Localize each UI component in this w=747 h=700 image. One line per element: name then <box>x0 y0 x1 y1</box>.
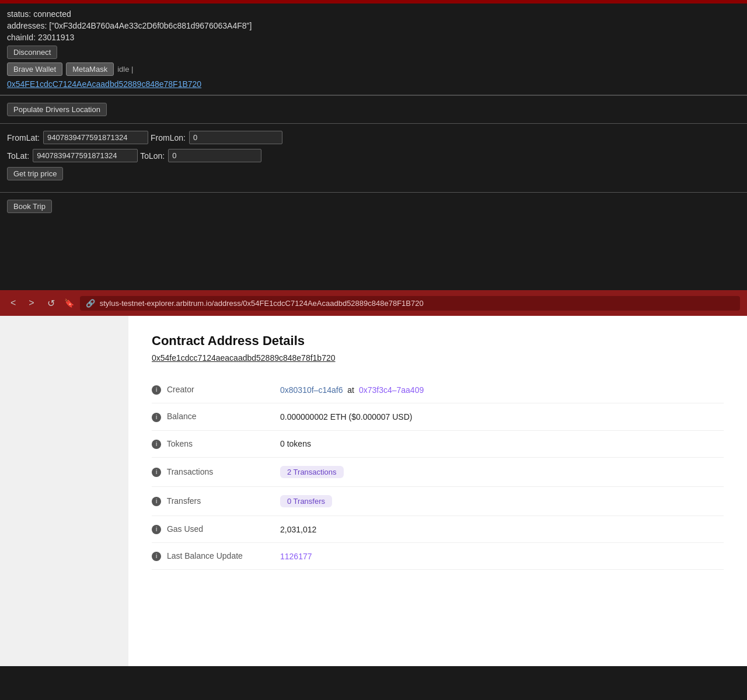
from-lat-input[interactable] <box>43 131 148 144</box>
wallet-address-link[interactable]: 0x54FE1cdcC7124AeAcaadbd52889c848e78F1B7… <box>7 79 201 89</box>
to-lat-row: ToLat: ToLon: <box>7 149 740 162</box>
gas-used-value: 2,031,012 <box>280 516 724 542</box>
metamask-button[interactable]: MetaMask <box>66 62 114 76</box>
to-lat-input[interactable] <box>33 149 138 162</box>
last-balance-value: 1126177 <box>280 543 724 570</box>
populate-drivers-button[interactable]: Populate Drivers Location <box>7 103 107 116</box>
transactions-label: i Transactions <box>152 457 280 486</box>
empty-space <box>0 220 747 290</box>
info-icon: i <box>152 497 161 506</box>
app-panel: status: connected addresses: ["0xF3dd24B… <box>0 4 747 95</box>
last-balance-link[interactable]: 1126177 <box>280 552 312 561</box>
transfers-badge[interactable]: 0 Transfers <box>280 495 332 507</box>
info-icon: i <box>152 468 161 477</box>
from-lon-label: FromLon: <box>151 133 186 142</box>
book-trip-button[interactable]: Book Trip <box>7 200 52 213</box>
table-row: i Tokens 0 tokens <box>152 430 724 457</box>
from-lat-row: FromLat: FromLon: <box>7 131 740 144</box>
info-icon: i <box>152 440 161 449</box>
to-lon-label: ToLon: <box>140 151 165 161</box>
populate-section: Populate Drivers Location <box>0 95 747 123</box>
get-trip-price-button[interactable]: Get trip price <box>7 167 63 180</box>
last-balance-label: i Last Balance Update <box>152 543 280 570</box>
addresses-text: addresses: ["0xF3dd24B760a4Ae33c2D6f0b6c… <box>7 21 740 30</box>
table-row: i Transfers 0 Transfers <box>152 486 724 516</box>
chain-id-text: chainId: 23011913 <box>7 33 740 42</box>
table-row: i Balance 0.000000002 ETH ($0.000007 USD… <box>152 403 724 430</box>
get-price-row: Get trip price <box>7 167 740 180</box>
transfers-value: 0 Transfers <box>280 486 724 516</box>
explorer-section: Contract Address Details 0x54fe1cdcc7124… <box>0 316 747 666</box>
table-row: i Gas Used 2,031,012 <box>152 516 724 542</box>
contract-address-link[interactable]: 0x54fe1cdcc7124aeacaadbd52889c848e78f1b7… <box>152 353 336 363</box>
tokens-value: 0 tokens <box>280 430 724 457</box>
wallet-row: Brave Wallet MetaMask idle | <box>7 62 740 76</box>
book-section: Book Trip <box>0 192 747 220</box>
info-icon: i <box>152 385 161 395</box>
disconnect-button[interactable]: Disconnect <box>7 46 57 59</box>
creator-value: 0x80310f–c14af6 at 0x73f3c4–7aa409 <box>280 377 724 403</box>
idle-text: idle | <box>117 65 133 74</box>
info-icon: i <box>152 525 161 534</box>
url-text: stylus-testnet-explorer.arbitrum.io/addr… <box>100 299 424 308</box>
url-icon: 🔗 <box>86 299 95 308</box>
from-lat-label: FromLat: <box>7 133 40 142</box>
trip-section: FromLat: FromLon: ToLat: ToLon: Get trip… <box>0 123 747 192</box>
to-lon-input[interactable] <box>168 149 261 162</box>
reload-button[interactable]: ↺ <box>44 295 58 311</box>
status-text: status: connected <box>7 9 740 19</box>
table-row: i Transactions 2 Transactions <box>152 457 724 486</box>
back-button[interactable]: < <box>7 295 19 311</box>
creator-link2[interactable]: 0x73f3c4–7aa409 <box>359 385 424 395</box>
info-icon: i <box>152 552 161 561</box>
creator-at: at <box>347 385 354 395</box>
creator-link1[interactable]: 0x80310f–c14af6 <box>280 385 343 395</box>
creator-label: i Creator <box>152 377 280 403</box>
balance-label: i Balance <box>152 403 280 430</box>
transfers-label: i Transfers <box>152 486 280 516</box>
table-row: i Creator 0x80310f–c14af6 at 0x73f3c4–7a… <box>152 377 724 403</box>
table-row: i Last Balance Update 1126177 <box>152 543 724 570</box>
transactions-badge[interactable]: 2 Transactions <box>280 466 344 478</box>
from-lon-input[interactable] <box>189 131 282 144</box>
brave-wallet-button[interactable]: Brave Wallet <box>7 62 62 76</box>
info-icon: i <box>152 413 161 422</box>
forward-button[interactable]: > <box>25 295 37 311</box>
bookmark-icon: 🔖 <box>64 298 74 308</box>
url-bar: 🔗 stylus-testnet-explorer.arbitrum.io/ad… <box>80 296 740 311</box>
browser-bar: < > ↺ 🔖 🔗 stylus-testnet-explorer.arbitr… <box>0 290 747 316</box>
contract-title: Contract Address Details <box>152 333 724 349</box>
transactions-value: 2 Transactions <box>280 457 724 486</box>
detail-table: i Creator 0x80310f–c14af6 at 0x73f3c4–7a… <box>152 377 724 570</box>
explorer-sidebar <box>0 316 128 666</box>
balance-value: 0.000000002 ETH ($0.000007 USD) <box>280 403 724 430</box>
gas-used-label: i Gas Used <box>152 516 280 542</box>
to-lat-label: ToLat: <box>7 151 29 161</box>
explorer-content: Contract Address Details 0x54fe1cdcc7124… <box>128 316 747 666</box>
tokens-label: i Tokens <box>152 430 280 457</box>
